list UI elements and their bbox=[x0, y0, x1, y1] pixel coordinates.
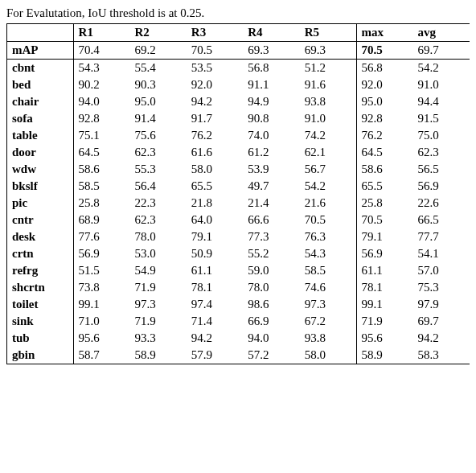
cell-value: 78.1 bbox=[187, 279, 243, 296]
cell-max: 61.1 bbox=[356, 262, 412, 279]
cell-value: 49.7 bbox=[243, 178, 299, 195]
cell-avg: 69.7 bbox=[412, 42, 470, 60]
cell-avg: 91.0 bbox=[412, 76, 470, 93]
cell-value: 71.0 bbox=[73, 313, 129, 330]
row-label: crtn bbox=[7, 245, 74, 262]
col-header-blank bbox=[7, 24, 74, 42]
row-label: cbnt bbox=[7, 60, 74, 77]
cell-value: 54.3 bbox=[73, 60, 129, 77]
cell-max: 95.0 bbox=[356, 93, 412, 110]
cell-max: 92.0 bbox=[356, 76, 412, 93]
cell-avg: 69.7 bbox=[412, 313, 470, 330]
table-row: door64.562.361.661.262.164.562.3 bbox=[7, 144, 470, 161]
results-table: R1 R2 R3 R4 R5 max avg mAP70.469.270.569… bbox=[6, 23, 470, 364]
cell-value: 62.3 bbox=[129, 212, 186, 228]
cell-value: 56.7 bbox=[300, 161, 356, 178]
cell-value: 71.9 bbox=[129, 313, 186, 330]
cell-value: 53.9 bbox=[243, 161, 299, 178]
row-label: bed bbox=[7, 76, 74, 93]
table-row: shcrtn73.871.978.178.074.678.175.3 bbox=[7, 279, 470, 296]
cell-value: 90.2 bbox=[73, 76, 129, 93]
cell-value: 21.8 bbox=[187, 195, 243, 212]
cell-value: 94.2 bbox=[187, 330, 243, 347]
cell-value: 73.8 bbox=[73, 279, 129, 296]
cell-max: 78.1 bbox=[356, 279, 412, 296]
table-row: cntr68.962.364.066.670.570.566.5 bbox=[7, 212, 470, 228]
cell-value: 21.4 bbox=[243, 195, 299, 212]
cell-value: 97.3 bbox=[129, 296, 186, 313]
cell-value: 78.0 bbox=[243, 279, 299, 296]
table-row: pic25.822.321.821.421.625.822.6 bbox=[7, 195, 470, 212]
cell-value: 79.1 bbox=[187, 228, 243, 245]
cell-value: 58.5 bbox=[73, 178, 129, 195]
cell-max: 70.5 bbox=[356, 212, 412, 228]
cell-max: 92.8 bbox=[356, 110, 412, 127]
cell-value: 65.5 bbox=[187, 178, 243, 195]
cell-value: 71.4 bbox=[187, 313, 243, 330]
cell-value: 91.6 bbox=[300, 76, 356, 93]
cell-value: 50.9 bbox=[187, 245, 243, 262]
cell-value: 69.3 bbox=[300, 42, 356, 60]
cell-value: 95.0 bbox=[129, 93, 186, 110]
cell-avg: 22.6 bbox=[412, 195, 470, 212]
cell-value: 75.6 bbox=[129, 127, 186, 144]
cell-value: 62.3 bbox=[129, 144, 186, 161]
cell-avg: 66.5 bbox=[412, 212, 470, 228]
row-label: tub bbox=[7, 330, 74, 347]
cell-value: 76.3 bbox=[300, 228, 356, 245]
cell-max: 71.9 bbox=[356, 313, 412, 330]
table-row: gbin58.758.957.957.258.058.958.3 bbox=[7, 347, 470, 364]
col-header-avg: avg bbox=[412, 24, 470, 42]
cell-value: 91.1 bbox=[243, 76, 299, 93]
cell-value: 91.7 bbox=[187, 110, 243, 127]
cell-value: 54.9 bbox=[129, 262, 186, 279]
cell-value: 95.6 bbox=[73, 330, 129, 347]
row-label: table bbox=[7, 127, 74, 144]
table-row: desk77.678.079.177.376.379.177.7 bbox=[7, 228, 470, 245]
table-row: mAP70.469.270.569.369.370.569.7 bbox=[7, 42, 470, 60]
cell-value: 69.2 bbox=[129, 42, 186, 60]
caption-text: For Evalutation, IoU threshold is at 0.2… bbox=[6, 6, 470, 20]
cell-value: 61.1 bbox=[187, 262, 243, 279]
table-row: bed90.290.392.091.191.692.091.0 bbox=[7, 76, 470, 93]
table-row: bkslf58.556.465.549.754.265.556.9 bbox=[7, 178, 470, 195]
cell-value: 68.9 bbox=[73, 212, 129, 228]
cell-avg: 94.2 bbox=[412, 330, 470, 347]
table-row: table75.175.676.274.074.276.275.0 bbox=[7, 127, 470, 144]
cell-value: 76.2 bbox=[187, 127, 243, 144]
cell-avg: 75.0 bbox=[412, 127, 470, 144]
cell-max: 58.9 bbox=[356, 347, 412, 364]
row-label: desk bbox=[7, 228, 74, 245]
cell-avg: 94.4 bbox=[412, 93, 470, 110]
table-row: toilet99.197.397.498.697.399.197.9 bbox=[7, 296, 470, 313]
cell-value: 70.5 bbox=[300, 212, 356, 228]
cell-value: 51.5 bbox=[73, 262, 129, 279]
cell-max: 64.5 bbox=[356, 144, 412, 161]
table-row: sink71.071.971.466.967.271.969.7 bbox=[7, 313, 470, 330]
cell-value: 74.2 bbox=[300, 127, 356, 144]
cell-value: 55.3 bbox=[129, 161, 186, 178]
cell-value: 66.9 bbox=[243, 313, 299, 330]
cell-value: 93.8 bbox=[300, 93, 356, 110]
cell-value: 53.0 bbox=[129, 245, 186, 262]
cell-max: 65.5 bbox=[356, 178, 412, 195]
cell-value: 62.1 bbox=[300, 144, 356, 161]
cell-value: 75.1 bbox=[73, 127, 129, 144]
cell-max: 25.8 bbox=[356, 195, 412, 212]
cell-value: 53.5 bbox=[187, 60, 243, 77]
cell-value: 70.5 bbox=[187, 42, 243, 60]
cell-value: 61.2 bbox=[243, 144, 299, 161]
cell-value: 51.2 bbox=[300, 60, 356, 77]
cell-avg: 56.5 bbox=[412, 161, 470, 178]
table-header-row: R1 R2 R3 R4 R5 max avg bbox=[7, 24, 470, 42]
cell-value: 70.4 bbox=[73, 42, 129, 60]
row-label: gbin bbox=[7, 347, 74, 364]
table-row: cbnt54.355.453.556.851.256.854.2 bbox=[7, 60, 470, 77]
row-label: cntr bbox=[7, 212, 74, 228]
cell-avg: 91.5 bbox=[412, 110, 470, 127]
cell-avg: 97.9 bbox=[412, 296, 470, 313]
table-row: wdw58.655.358.053.956.758.656.5 bbox=[7, 161, 470, 178]
cell-value: 69.3 bbox=[243, 42, 299, 60]
cell-value: 77.6 bbox=[73, 228, 129, 245]
cell-value: 21.6 bbox=[300, 195, 356, 212]
